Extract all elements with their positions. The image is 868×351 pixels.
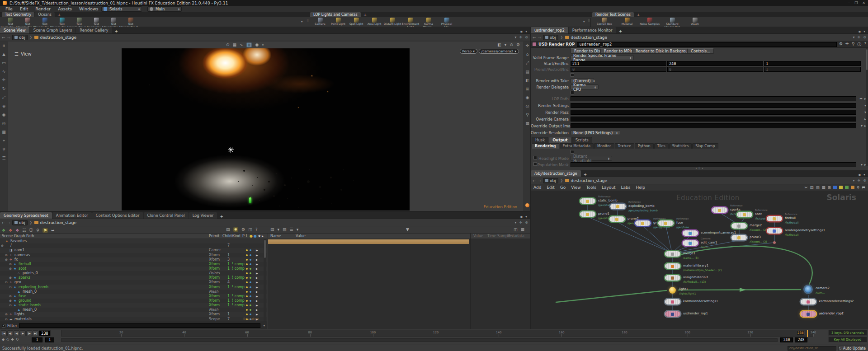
playbar-key-diamond-icon[interactable]: ◆: [2, 337, 5, 342]
droplet-icon[interactable]: [246, 272, 248, 274]
color-blue-icon[interactable]: [833, 186, 837, 189]
dropdown[interactable]: None (USD Settings)▲▼: [571, 130, 620, 135]
network-menu-tools[interactable]: Tools: [584, 185, 599, 190]
tool-box-select-icon[interactable]: ▭: [2, 61, 6, 65]
view-panel-icon[interactable]: ▦: [525, 121, 529, 126]
chevron-down-icon[interactable]: ▾: [263, 324, 265, 328]
transport-1[interactable]: ◀|: [7, 330, 13, 336]
playbar-add-key-icon[interactable]: ✚: [11, 337, 14, 342]
node-fuse[interactable]: [658, 220, 674, 226]
breadcrumb-end-icons[interactable]: ▾✛⊙: [515, 35, 528, 39]
transport-0[interactable]: |◀: [1, 330, 7, 336]
transport-2[interactable]: ◀: [14, 330, 19, 336]
tab-scene-graph-layers[interactable]: Scene Graph Layers: [30, 27, 76, 33]
network-menu-help[interactable]: Help: [633, 185, 648, 190]
current-node-label[interactable]: destruction_stage: [571, 178, 608, 183]
droplet-icon[interactable]: [246, 263, 248, 265]
select-arrow-icon[interactable]: ▶: [256, 294, 258, 299]
tab-obj-destruction-stage[interactable]: /obj/destruction_stage: [531, 170, 581, 177]
tab-log-viewer[interactable]: Log Viewer: [189, 212, 217, 219]
tree-row-fuse[interactable]: ⊕★fuseXform1! comp·▶: [0, 294, 267, 299]
range-start2-field[interactable]: 1: [45, 337, 54, 342]
main-context-selector[interactable]: Main ▲▼: [147, 6, 182, 12]
title-bar[interactable]: E:/Stuff/SideFX_T/destruction_lesson/des…: [0, 0, 868, 6]
tree-camera-icon[interactable]: ◫: [248, 227, 252, 232]
visibility-icon[interactable]: [250, 295, 251, 297]
tool-grip-icon[interactable]: ⠿: [2, 43, 5, 48]
network-menu-edit[interactable]: Edit: [544, 185, 557, 190]
snap-point-icon[interactable]: ∿: [240, 42, 243, 47]
maximize-button[interactable]: ❐: [854, 1, 858, 5]
desktop-selector[interactable]: Solaris ▲▼: [101, 6, 142, 12]
range-end-field[interactable]: 240: [780, 337, 793, 342]
expand-caret-icon[interactable]: ⊕: [5, 253, 8, 257]
details-caret-icon[interactable]: ▾: [278, 227, 280, 232]
tree-row-ground[interactable]: ⊕★groundXform1! comp·▶: [0, 299, 267, 303]
back-arrow-icon[interactable]: ←: [2, 35, 5, 40]
view-magnify-icon[interactable]: ⚲: [526, 112, 529, 117]
shelf-tab-test-geometry[interactable]: Test Geometry: [2, 12, 34, 17]
view-home-icon[interactable]: ⌂: [526, 52, 529, 56]
param-scrollbar[interactable]: [866, 48, 868, 166]
current-node-label[interactable]: destruction_stage: [40, 220, 77, 225]
view-grid-icon[interactable]: ⊞: [526, 87, 529, 91]
pane-resize-grip[interactable]: • ⠿ •: [531, 167, 868, 170]
settings-icon[interactable]: ⚙: [516, 42, 520, 47]
tree-gear-icon[interactable]: ⚙: [241, 227, 245, 232]
forward-arrow-icon[interactable]: →: [538, 178, 542, 183]
droplet-icon[interactable]: [246, 268, 248, 270]
node-exploding-bomb[interactable]: [610, 204, 626, 209]
visibility-icon[interactable]: [250, 314, 251, 315]
key-all-displayed-button[interactable]: Key All Displayed: [828, 337, 867, 342]
node-soot[interactable]: [737, 212, 752, 217]
tree-row-lights[interactable]: ⊕✛lightsXform1·▶: [0, 312, 267, 317]
network-chip[interactable]: obj: [543, 35, 558, 40]
sub-tab-tiles[interactable]: Tiles: [654, 143, 669, 149]
camera-pill[interactable]: /cameras/camera2▾: [479, 49, 519, 54]
sub-tab-rendering[interactable]: Rendering: [532, 143, 559, 149]
menu-edit[interactable]: Edit: [16, 6, 32, 12]
droplet-icon[interactable]: [246, 291, 248, 293]
scene-viewport[interactable]: ⊙▦∿⬚◉⌖ ◧▾⊙⚙ ☰View Persp▾ /cameras/camera…: [8, 42, 524, 211]
network-chip[interactable]: obj: [12, 220, 28, 225]
node-karmarendersettings1[interactable]: [665, 299, 680, 304]
dropdown[interactable]: Render Specific Frame Range▲▼: [571, 55, 634, 60]
pane-menu-icons[interactable]: ▪▾: [518, 29, 530, 33]
current-node-label[interactable]: destruction_stage: [40, 35, 77, 40]
droplet-icon[interactable]: [246, 281, 248, 283]
color-tan-icon[interactable]: [851, 186, 854, 189]
node-edit-cam1[interactable]: [683, 240, 698, 246]
droplet-icon[interactable]: [246, 295, 248, 297]
collapse-caret-icon[interactable]: ⊖: [1, 243, 4, 248]
tree-row-favorites[interactable]: ★Favorites: [0, 239, 267, 243]
frame-field[interactable]: 1: [764, 61, 861, 66]
transport-5[interactable]: ▶|: [33, 330, 38, 336]
filter-checkbox[interactable]: ✓: [2, 324, 5, 328]
tree-node-pink-icon[interactable]: ❖: [15, 228, 19, 233]
tree-info-icon[interactable]: ⓘ: [29, 227, 33, 233]
node-light1[interactable]: [669, 287, 676, 294]
playbar-key-outline-icon[interactable]: ◇: [6, 337, 9, 342]
sub-tab-extra-metadata[interactable]: Extra Metadata: [560, 143, 594, 149]
visibility-icon[interactable]: [250, 304, 251, 306]
node-prune2[interactable]: [609, 216, 625, 222]
button-render-to-disk-in-background[interactable]: Render to Disk in Background: [632, 48, 696, 54]
expand-caret-icon[interactable]: ⊕: [9, 299, 12, 303]
select-arrow-icon[interactable]: ▶: [256, 312, 258, 317]
visibility-icon[interactable]: [250, 268, 251, 270]
tree-row-mesh-0[interactable]: ▲mesh_0Mesh·▶: [0, 290, 267, 294]
tree-row-materials[interactable]: ⊖▬materialsScope7·▶: [0, 317, 267, 322]
playbar-cycle-icon[interactable]: ↻: [16, 337, 19, 342]
visibility-icon[interactable]: [250, 291, 251, 293]
boxed-arrow-icon[interactable]: ⬒: [862, 185, 865, 190]
panel-icon[interactable]: ▥: [816, 185, 820, 190]
details-columns-icon[interactable]: ▥: [283, 227, 287, 232]
current-frame-field[interactable]: 238: [39, 330, 51, 336]
tree-row-soot[interactable]: ⊖★sootXform1! comp·▶: [0, 267, 267, 271]
select-arrow-icon[interactable]: ▶: [256, 290, 258, 294]
tools-icon[interactable]: ✂: [804, 185, 807, 190]
collapse-caret-icon[interactable]: ⊖: [9, 303, 12, 308]
param-info-icon[interactable]: ⓘ: [857, 42, 861, 47]
shelf-tab-render-test-scenes[interactable]: Render Test Scenes: [592, 12, 634, 17]
tree-node-green-icon[interactable]: ❖: [2, 228, 5, 233]
